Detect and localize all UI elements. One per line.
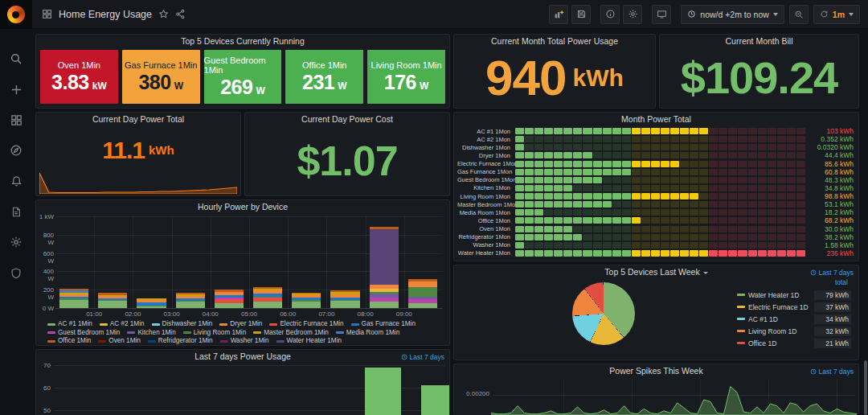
lcd-row-label: Kitchen 1Mon [457, 184, 510, 191]
stat-card[interactable]: Gas Furnace 1Min380W [122, 50, 200, 104]
lcd-cell [699, 250, 708, 257]
lcd-cell [603, 177, 612, 183]
legend-item[interactable]: Media Room 1Min [336, 329, 399, 338]
gridline [326, 216, 327, 308]
panel-title[interactable]: Current Day Power Total [36, 114, 240, 124]
lcd-cell [544, 136, 553, 142]
legend-item[interactable]: Gas Furnace 1Min [351, 320, 416, 329]
legend-label: Master Bedroom 1Min [264, 329, 329, 338]
lcd-cell [612, 217, 621, 224]
lcd-cells [515, 161, 805, 167]
legend-item[interactable]: Electric Furnace 1Min [269, 320, 343, 329]
pie-chart[interactable] [572, 282, 635, 345]
time-range-picker[interactable]: now/d +2m to now [681, 5, 784, 24]
dashboard-settings-gear-icon[interactable] [623, 5, 642, 24]
lcd-cell [544, 169, 553, 175]
legend-item[interactable]: AC #1 1Min [47, 320, 92, 329]
lcd-gauge-rows[interactable]: AC #1 1Mon103 kWhAC #2 1Mon0.352 kWhDish… [457, 128, 854, 257]
lcd-cell [758, 242, 767, 249]
pie-legend-row[interactable]: Office 1D21 kWh [737, 337, 851, 349]
lcd-cell [563, 136, 572, 142]
lcd-cell [641, 209, 650, 216]
sidebar-create-button[interactable] [6, 80, 26, 98]
sidebar-search-button[interactable] [6, 50, 26, 68]
lcd-cell [622, 152, 631, 158]
legend-item[interactable]: Dishwasher 1Min [152, 320, 213, 329]
sidebar-docs-button[interactable] [6, 203, 26, 220]
page-scrollbar-thumb[interactable] [864, 360, 867, 415]
x-tick-label: 01:00 [82, 310, 106, 318]
lcd-cell [670, 234, 679, 240]
lcd-cell [563, 242, 572, 249]
legend-item[interactable]: Living Room 1Min [183, 329, 247, 338]
day-cost-stat: $1.07 [245, 125, 449, 195]
panel-time-badge[interactable]: Last 7 days [810, 368, 854, 376]
panel-title[interactable]: Current Month Total Power Usage [454, 36, 655, 46]
sidebar-dashboards-button[interactable] [6, 111, 26, 129]
legend-item[interactable]: Office 1Min [47, 337, 91, 346]
save-dashboard-button[interactable] [571, 5, 591, 24]
hourly-stacked-bar-plot[interactable]: 1 kW800 W600 W400 W200 W0 W [55, 216, 443, 309]
insights-icon[interactable] [600, 5, 620, 24]
legend-item[interactable]: Master Bedroom 1Min [253, 329, 329, 338]
legend-item[interactable]: Guest Bedroom 1Min [47, 329, 120, 338]
lcd-cell [641, 185, 650, 191]
lcd-cell [758, 250, 767, 257]
lcd-cell [738, 201, 747, 208]
add-panel-button[interactable] [549, 5, 568, 24]
dashboard-title[interactable]: Home Energy Usage [59, 9, 152, 20]
pie-legend-row[interactable]: Living Room 1D32 kWh [737, 325, 851, 337]
zoom-out-button[interactable] [789, 5, 809, 24]
pie-legend-row[interactable]: AC #1 1D34 kWh [737, 313, 851, 325]
star-icon[interactable] [158, 9, 169, 19]
legend-item[interactable]: Washer 1Min [220, 337, 269, 346]
lcd-cell [777, 201, 786, 208]
grafana-logo-button[interactable] [0, 0, 32, 29]
panel-title[interactable]: Top 5 Devices Last Week [454, 267, 858, 277]
lcd-cell [563, 234, 572, 240]
share-icon[interactable] [175, 9, 186, 19]
lcd-cell [699, 136, 708, 142]
lcd-cell [593, 250, 602, 257]
stat-card[interactable]: Office 1Min231W [285, 50, 363, 104]
stat-card[interactable]: Living Room 1Min176W [367, 50, 445, 104]
lcd-cell [583, 136, 592, 142]
legend-item[interactable]: Kitchen 1Min [127, 329, 175, 338]
panel-title[interactable]: Hourly Power by Device [36, 202, 449, 212]
lcd-cell [632, 226, 641, 232]
lcd-cell [699, 201, 708, 208]
legend-swatch [737, 330, 745, 332]
sidebar-alerting-button[interactable] [6, 172, 26, 190]
legend-item[interactable]: Refridgerator 1Min [148, 337, 213, 346]
sidebar-configuration-button[interactable] [6, 233, 26, 251]
y-tick-label: 70 [39, 362, 51, 369]
last7-bar-plot[interactable]: 706050 [36, 350, 449, 415]
panel-title[interactable]: Current Month Bill [660, 36, 858, 46]
panel-title[interactable]: Current Day Power Cost [245, 114, 449, 124]
lcd-cell [651, 185, 660, 191]
legend-item[interactable]: Water Heater 1Min [276, 337, 342, 346]
panel-title[interactable]: Power Spikes This Week [454, 366, 858, 376]
bar-segment [408, 287, 437, 298]
legend-item[interactable]: AC #2 1Min [100, 320, 145, 329]
pie-legend-row[interactable]: Water Heater 1D79 kWh [737, 289, 851, 301]
refresh-picker[interactable]: 1m [813, 5, 860, 24]
panel-title[interactable]: Top 5 Devices Currently Running [36, 36, 449, 46]
sidebar-explore-button[interactable] [6, 142, 26, 159]
stat-card[interactable]: Guest Bedroom 1Min269W [204, 50, 282, 104]
lcd-cell [583, 242, 592, 249]
lcd-cell [796, 234, 805, 240]
stat-card[interactable]: Oven 1Min3.83kW [40, 50, 118, 104]
legend-item[interactable]: Oven 1Min [98, 337, 141, 346]
panel-time-badge[interactable]: Last 7 days [810, 269, 854, 277]
tv-cycle-view-icon[interactable] [652, 5, 671, 24]
lcd-cells [515, 185, 805, 191]
legend-item[interactable]: Dryer 1Min [219, 320, 262, 329]
dashboard-grid-icon[interactable] [42, 9, 52, 19]
lcd-cell [534, 217, 543, 224]
lcd-row-value: 30.0 kWh [810, 225, 854, 233]
pie-legend-row[interactable]: Electric Furnace 1D37 kWh [737, 301, 851, 313]
sidebar-server-admin-button[interactable] [6, 264, 26, 281]
lcd-gauge-row: AC #2 1Mon0.352 kWh [457, 136, 854, 142]
panel-title[interactable]: Month Power Total [454, 114, 858, 124]
